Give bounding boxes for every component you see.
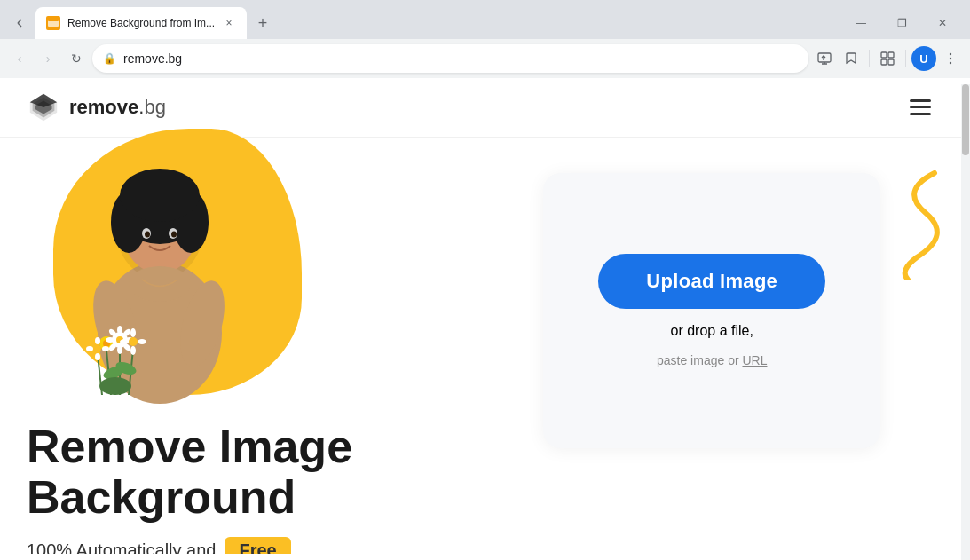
bookmark-button[interactable] (839, 46, 864, 71)
address-bar[interactable]: 🔒 remove.bg (92, 44, 808, 73)
hero-left: Remove Image Background 100% Automatical… (27, 138, 472, 554)
svg-point-47 (130, 346, 136, 355)
logo-icon (27, 91, 60, 124)
svg-point-39 (117, 345, 122, 354)
svg-point-25 (129, 266, 191, 302)
browser-titlebar: Remove Background from Im... × + — ❐ ✕ (0, 0, 970, 39)
refresh-button[interactable]: ↻ (64, 46, 89, 71)
hero-text: Remove Image Background 100% Automatical… (27, 422, 472, 554)
svg-point-24 (171, 232, 177, 238)
browser-toolbar: ‹ › ↻ 🔒 remove.bg U (0, 39, 970, 78)
person-svg (44, 155, 275, 404)
svg-point-46 (130, 328, 136, 337)
hero-right: Upload Image or drop a file, paste image… (490, 138, 935, 448)
hamburger-line-1 (910, 99, 931, 102)
svg-rect-3 (881, 52, 887, 58)
url-text: remove.bg (123, 51, 798, 66)
logo: remove.bg (27, 91, 166, 124)
svg-rect-4 (888, 52, 894, 58)
svg-point-9 (950, 62, 951, 64)
page-content: remove.bg (0, 78, 961, 554)
hero-subtitle: 100% Automatically and Free (27, 537, 472, 554)
yellow-squiggle-icon (890, 164, 943, 280)
tab-title: Remove Background from Im... (67, 17, 215, 29)
toolbar-right-icons: U (812, 46, 963, 71)
svg-point-55 (94, 345, 101, 352)
upload-image-button[interactable]: Upload Image (598, 254, 825, 309)
svg-point-52 (95, 353, 100, 360)
svg-point-40 (106, 337, 114, 343)
svg-point-7 (950, 53, 951, 55)
scrollbar[interactable] (961, 84, 970, 560)
svg-point-38 (117, 326, 122, 335)
svg-point-49 (138, 339, 146, 344)
hero-title: Remove Image Background (27, 422, 453, 523)
site-header: remove.bg (0, 78, 961, 138)
paste-text: paste image or URL (657, 353, 768, 367)
tab-close-button[interactable]: × (222, 16, 236, 30)
svg-point-48 (120, 339, 129, 344)
new-tab-button[interactable]: + (250, 11, 275, 35)
active-tab[interactable]: Remove Background from Im... × (35, 7, 247, 39)
tab-list-button[interactable] (7, 11, 32, 35)
screen-share-button[interactable] (812, 46, 837, 71)
maximize-button[interactable]: ❐ (881, 9, 922, 37)
more-button[interactable] (938, 46, 963, 71)
svg-point-23 (145, 232, 150, 238)
lock-icon: 🔒 (103, 52, 116, 65)
svg-point-50 (129, 337, 138, 346)
hamburger-menu-button[interactable] (906, 96, 935, 119)
browser-chrome: Remove Background from Im... × + — ❐ ✕ ‹… (0, 0, 970, 78)
extensions-button[interactable] (875, 46, 900, 71)
window-controls: — ❐ ✕ (840, 9, 963, 37)
forward-button[interactable]: › (35, 46, 60, 71)
svg-rect-2 (818, 53, 831, 62)
minimize-button[interactable]: — (840, 9, 881, 37)
url-link[interactable]: URL (742, 353, 767, 367)
logo-text: remove.bg (69, 96, 166, 119)
svg-point-20 (120, 169, 200, 222)
tab-favicon (46, 16, 60, 30)
svg-rect-1 (48, 18, 59, 21)
browser-tabs: Remove Background from Im... × + (7, 7, 275, 39)
toolbar-separator-2 (905, 50, 906, 67)
scrollbar-thumb[interactable] (962, 84, 969, 155)
close-button[interactable]: ✕ (922, 9, 963, 37)
profile-button[interactable]: U (911, 46, 936, 71)
hamburger-line-2 (910, 106, 931, 109)
svg-point-8 (950, 58, 951, 59)
svg-rect-6 (888, 59, 894, 65)
back-button[interactable]: ‹ (7, 46, 32, 71)
free-badge: Free (225, 537, 290, 554)
upload-card: Upload Image or drop a file, paste image… (543, 173, 880, 448)
hamburger-line-3 (910, 113, 931, 115)
hero-section: Remove Image Background 100% Automatical… (0, 138, 961, 554)
svg-point-51 (95, 337, 100, 344)
toolbar-separator (869, 50, 870, 67)
hero-image (27, 155, 311, 413)
svg-rect-5 (881, 59, 887, 65)
svg-point-56 (99, 377, 131, 395)
svg-point-53 (86, 346, 93, 351)
drop-text: or drop a file, (671, 323, 753, 339)
svg-point-54 (102, 346, 109, 351)
